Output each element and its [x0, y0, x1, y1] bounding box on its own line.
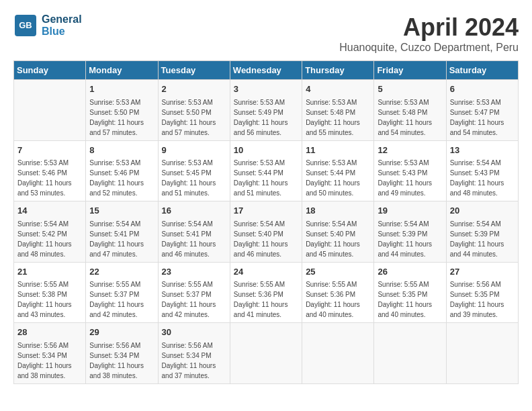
day-info: Sunrise: 5:53 AM Sunset: 5:43 PM Dayligh…: [378, 158, 442, 198]
day-info: Sunrise: 5:54 AM Sunset: 5:41 PM Dayligh…: [162, 219, 226, 259]
calendar-cell: 28Sunrise: 5:56 AM Sunset: 5:34 PM Dayli…: [14, 323, 86, 384]
day-number: 7: [17, 144, 82, 157]
calendar-header-row: SundayMondayTuesdayWednesdayThursdayFrid…: [14, 61, 519, 80]
calendar-cell: [374, 323, 446, 384]
day-number: 5: [378, 83, 442, 96]
day-number: 16: [162, 204, 226, 218]
header-tuesday: Tuesday: [158, 61, 230, 80]
day-info: Sunrise: 5:53 AM Sunset: 5:49 PM Dayligh…: [234, 97, 298, 138]
day-info: Sunrise: 5:56 AM Sunset: 5:34 PM Dayligh…: [17, 340, 82, 381]
calendar-week-row: 14Sunrise: 5:54 AM Sunset: 5:42 PM Dayli…: [14, 201, 519, 263]
day-info: Sunrise: 5:53 AM Sunset: 5:44 PM Dayligh…: [234, 158, 298, 198]
day-number: 25: [306, 265, 370, 279]
calendar-week-row: 28Sunrise: 5:56 AM Sunset: 5:34 PM Dayli…: [14, 323, 519, 384]
calendar-cell: 26Sunrise: 5:55 AM Sunset: 5:35 PM Dayli…: [374, 262, 446, 323]
calendar-week-row: 1Sunrise: 5:53 AM Sunset: 5:50 PM Daylig…: [14, 80, 519, 141]
calendar-cell: 29Sunrise: 5:56 AM Sunset: 5:34 PM Dayli…: [86, 323, 158, 384]
calendar-cell: 16Sunrise: 5:54 AM Sunset: 5:41 PM Dayli…: [158, 201, 230, 263]
day-info: Sunrise: 5:54 AM Sunset: 5:40 PM Dayligh…: [234, 219, 298, 259]
header-thursday: Thursday: [302, 61, 374, 80]
calendar-cell: 14Sunrise: 5:54 AM Sunset: 5:42 PM Dayli…: [14, 201, 86, 263]
calendar-cell: 18Sunrise: 5:54 AM Sunset: 5:40 PM Dayli…: [302, 201, 374, 263]
day-number: 27: [450, 265, 515, 279]
day-number: 1: [89, 83, 154, 96]
day-number: 18: [306, 204, 370, 218]
calendar-week-row: 21Sunrise: 5:55 AM Sunset: 5:38 PM Dayli…: [14, 262, 519, 323]
calendar-cell: 19Sunrise: 5:54 AM Sunset: 5:39 PM Dayli…: [374, 201, 446, 263]
day-info: Sunrise: 5:55 AM Sunset: 5:36 PM Dayligh…: [306, 279, 370, 320]
calendar-cell: 6Sunrise: 5:53 AM Sunset: 5:47 PM Daylig…: [446, 80, 518, 141]
calendar-cell: 11Sunrise: 5:53 AM Sunset: 5:44 PM Dayli…: [302, 140, 374, 201]
day-number: 20: [450, 204, 515, 218]
calendar-table: SundayMondayTuesdayWednesdayThursdayFrid…: [13, 60, 519, 384]
calendar-cell: 22Sunrise: 5:55 AM Sunset: 5:37 PM Dayli…: [86, 262, 158, 323]
calendar-cell: 25Sunrise: 5:55 AM Sunset: 5:36 PM Dayli…: [302, 262, 374, 323]
calendar-cell: [302, 323, 374, 384]
calendar-cell: 13Sunrise: 5:54 AM Sunset: 5:43 PM Dayli…: [446, 140, 518, 201]
header: GB GeneralBlue April 2024 Huanoquite, Cu…: [13, 13, 519, 54]
day-info: Sunrise: 5:54 AM Sunset: 5:39 PM Dayligh…: [450, 219, 515, 259]
day-number: 17: [234, 204, 298, 218]
day-number: 21: [17, 265, 82, 279]
day-number: 4: [306, 83, 370, 96]
calendar-cell: 7Sunrise: 5:53 AM Sunset: 5:46 PM Daylig…: [14, 140, 86, 201]
day-info: Sunrise: 5:56 AM Sunset: 5:35 PM Dayligh…: [450, 279, 515, 320]
day-number: 14: [17, 204, 82, 218]
day-number: 19: [378, 204, 442, 218]
calendar-cell: 30Sunrise: 5:56 AM Sunset: 5:34 PM Dayli…: [158, 323, 230, 384]
header-sunday: Sunday: [14, 61, 86, 80]
page-title: April 2024: [339, 13, 519, 42]
page-subtitle: Huanoquite, Cuzco Department, Peru: [339, 42, 519, 54]
calendar-cell: 8Sunrise: 5:53 AM Sunset: 5:46 PM Daylig…: [86, 140, 158, 201]
calendar-week-row: 7Sunrise: 5:53 AM Sunset: 5:46 PM Daylig…: [14, 140, 519, 201]
day-info: Sunrise: 5:55 AM Sunset: 5:35 PM Dayligh…: [378, 279, 442, 320]
day-number: 13: [450, 144, 515, 157]
calendar-cell: 5Sunrise: 5:53 AM Sunset: 5:48 PM Daylig…: [374, 80, 446, 141]
day-number: 8: [89, 144, 154, 157]
day-number: 6: [450, 83, 515, 96]
calendar-cell: 17Sunrise: 5:54 AM Sunset: 5:40 PM Dayli…: [230, 201, 302, 263]
day-info: Sunrise: 5:53 AM Sunset: 5:46 PM Dayligh…: [89, 158, 154, 198]
day-info: Sunrise: 5:53 AM Sunset: 5:50 PM Dayligh…: [162, 97, 226, 138]
day-info: Sunrise: 5:55 AM Sunset: 5:36 PM Dayligh…: [234, 279, 298, 320]
day-number: 2: [162, 83, 226, 96]
logo: GB GeneralBlue: [13, 13, 82, 38]
day-info: Sunrise: 5:55 AM Sunset: 5:38 PM Dayligh…: [17, 279, 82, 320]
day-info: Sunrise: 5:54 AM Sunset: 5:40 PM Dayligh…: [306, 219, 370, 259]
calendar-cell: 23Sunrise: 5:55 AM Sunset: 5:37 PM Dayli…: [158, 262, 230, 323]
day-number: 10: [234, 144, 298, 157]
calendar-cell: [230, 323, 302, 384]
day-number: 9: [162, 144, 226, 157]
calendar-cell: 24Sunrise: 5:55 AM Sunset: 5:36 PM Dayli…: [230, 262, 302, 323]
day-info: Sunrise: 5:54 AM Sunset: 5:42 PM Dayligh…: [17, 219, 82, 259]
calendar-cell: 21Sunrise: 5:55 AM Sunset: 5:38 PM Dayli…: [14, 262, 86, 323]
day-info: Sunrise: 5:53 AM Sunset: 5:44 PM Dayligh…: [306, 158, 370, 198]
header-friday: Friday: [374, 61, 446, 80]
day-number: 30: [162, 326, 226, 339]
logo-icon: GB: [13, 13, 38, 38]
day-number: 22: [89, 265, 154, 279]
day-info: Sunrise: 5:53 AM Sunset: 5:50 PM Dayligh…: [89, 97, 154, 138]
day-info: Sunrise: 5:53 AM Sunset: 5:45 PM Dayligh…: [162, 158, 226, 198]
day-info: Sunrise: 5:54 AM Sunset: 5:39 PM Dayligh…: [378, 219, 442, 259]
logo-text: GeneralBlue: [42, 13, 82, 38]
calendar-cell: 2Sunrise: 5:53 AM Sunset: 5:50 PM Daylig…: [158, 80, 230, 141]
day-info: Sunrise: 5:56 AM Sunset: 5:34 PM Dayligh…: [162, 340, 226, 381]
day-info: Sunrise: 5:53 AM Sunset: 5:48 PM Dayligh…: [306, 97, 370, 138]
day-number: 24: [234, 265, 298, 279]
day-info: Sunrise: 5:56 AM Sunset: 5:34 PM Dayligh…: [89, 340, 154, 381]
calendar-cell: 10Sunrise: 5:53 AM Sunset: 5:44 PM Dayli…: [230, 140, 302, 201]
calendar-cell: 27Sunrise: 5:56 AM Sunset: 5:35 PM Dayli…: [446, 262, 518, 323]
day-number: 12: [378, 144, 442, 157]
calendar-cell: [14, 80, 86, 141]
header-saturday: Saturday: [446, 61, 518, 80]
calendar-cell: 4Sunrise: 5:53 AM Sunset: 5:48 PM Daylig…: [302, 80, 374, 141]
day-info: Sunrise: 5:53 AM Sunset: 5:47 PM Dayligh…: [450, 97, 515, 138]
svg-text:GB: GB: [19, 20, 32, 30]
title-section: April 2024 Huanoquite, Cuzco Department,…: [339, 13, 519, 54]
day-number: 28: [17, 326, 82, 339]
calendar-cell: 12Sunrise: 5:53 AM Sunset: 5:43 PM Dayli…: [374, 140, 446, 201]
calendar-cell: 9Sunrise: 5:53 AM Sunset: 5:45 PM Daylig…: [158, 140, 230, 201]
day-number: 23: [162, 265, 226, 279]
day-number: 29: [89, 326, 154, 339]
